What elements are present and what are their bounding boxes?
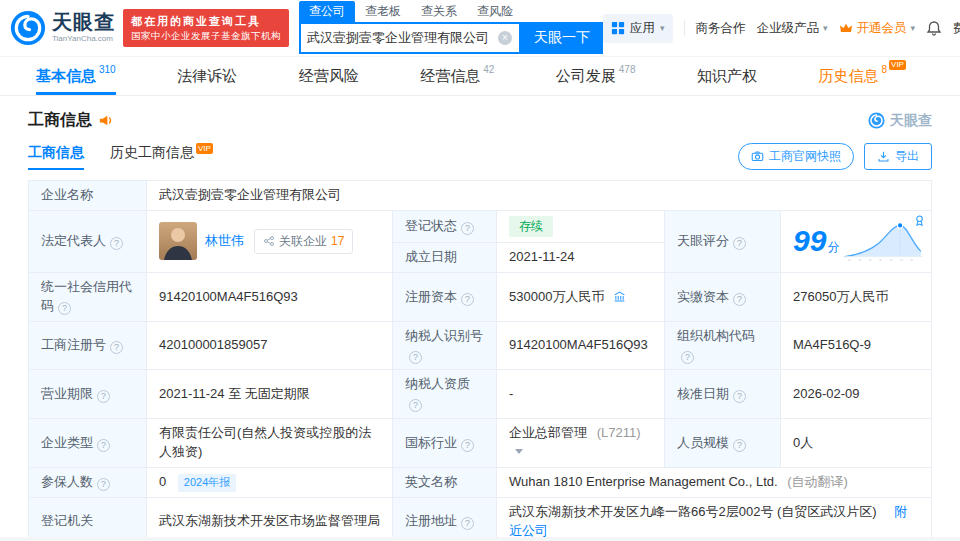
search-button[interactable]: 天眼一下: [521, 22, 603, 54]
insured-count-value: 0 2024年报: [147, 467, 393, 497]
tab-count: 478: [619, 64, 636, 75]
announcement-megaphone-icon[interactable]: [98, 113, 113, 128]
brand-swirl-icon: [868, 112, 885, 129]
help-icon[interactable]: [97, 390, 110, 403]
help-icon[interactable]: [461, 222, 474, 235]
chevron-down-icon: ▾: [823, 23, 828, 33]
tab-operating-info[interactable]: 经营信息 42: [420, 57, 494, 95]
official-snapshot-button[interactable]: 工商官网快照: [738, 143, 854, 170]
staff-size-label: 人员规模: [665, 419, 781, 468]
legal-rep-label: 法定代表人: [29, 210, 147, 272]
brand-name: 天眼查: [52, 12, 115, 33]
help-icon[interactable]: [409, 399, 422, 412]
help-icon[interactable]: [110, 341, 123, 354]
tab-history-info[interactable]: 历史信息 8 VIP: [819, 57, 906, 95]
clear-search-icon[interactable]: [498, 31, 512, 45]
help-icon[interactable]: [733, 237, 746, 250]
value-text: 武汉东湖新技术开发区市场监督管理局: [159, 513, 380, 528]
tab-intellectual-property[interactable]: 知识产权: [697, 57, 757, 95]
tab-count: 8: [882, 64, 888, 75]
table-row: 企业类型 有限责任公司(自然人投资或控股的法人独资) 国标行业 企业总部管理 (…: [29, 419, 932, 468]
help-icon[interactable]: [733, 390, 746, 403]
reg-number-label: 工商注册号: [29, 321, 147, 370]
org-code-label: 组织机构代码: [665, 321, 781, 370]
value-text: 91420100MA4F516Q93: [159, 289, 298, 304]
value-text: Wuhan 1810 Enterprise Management Co., Lt…: [509, 474, 778, 489]
legal-rep-name-link[interactable]: 林世伟: [205, 232, 244, 251]
help-icon[interactable]: [733, 293, 746, 306]
label-text: 人员规模: [677, 435, 729, 450]
tab-operating-risk[interactable]: 经营风险: [299, 57, 359, 95]
label-text: 营业期限: [41, 386, 93, 401]
download-icon: [877, 150, 890, 163]
taxpayer-id-label: 纳税人识别号: [393, 321, 497, 370]
main-content: 工商信息 天眼查 工商信息 历史工商信息VIP 工商官网快照: [0, 110, 960, 541]
search-tab-relation[interactable]: 查关系: [411, 1, 467, 22]
search-tab-boss[interactable]: 查老板: [355, 1, 411, 22]
tab-label: 基本信息: [36, 67, 96, 86]
reg-address-label: 注册地址: [393, 497, 497, 541]
bank-icon[interactable]: [613, 290, 626, 303]
subtab-history-business-info[interactable]: 历史工商信息VIP: [110, 144, 213, 170]
crown-icon: [839, 21, 853, 35]
value-text: 武汉壹捌壹零企业管理有限公司: [159, 187, 341, 202]
subtab-business-info[interactable]: 工商信息: [28, 144, 84, 170]
label-text: 登记机关: [41, 513, 93, 528]
brand-swirl-icon: [10, 10, 46, 46]
help-icon[interactable]: [409, 351, 422, 364]
related-companies-button[interactable]: 关联企业 17: [254, 229, 353, 254]
help-icon[interactable]: [461, 517, 474, 530]
export-button[interactable]: 导出: [864, 143, 932, 170]
search-tab-company[interactable]: 查公司: [299, 1, 355, 22]
tab-basic-info[interactable]: 基本信息 310: [36, 57, 116, 95]
reg-status-label: 登记状态: [393, 210, 497, 242]
relation-graph-icon: [263, 235, 275, 247]
open-vip-button[interactable]: 开通会员 ▾: [839, 20, 916, 37]
help-icon[interactable]: [733, 439, 746, 452]
related-count: 17: [331, 233, 344, 250]
help-icon[interactable]: [461, 439, 474, 452]
tab-legal-proceedings[interactable]: 法律诉讼: [177, 57, 237, 95]
score-cell: 99分: [781, 210, 932, 272]
user-menu[interactable]: 费米 ▾: [953, 20, 960, 37]
value-text: -: [509, 386, 513, 401]
divider: [684, 20, 685, 36]
tab-label: 公司发展: [556, 67, 616, 86]
paid-capital-label: 实缴资本: [665, 273, 781, 322]
chevron-down-icon[interactable]: [515, 449, 523, 454]
english-name-label: 英文名称: [393, 467, 497, 497]
table-row: 登记机关 武汉东湖新技术开发区市场监督管理局 注册地址 武汉东湖新技术开发区九峰…: [29, 497, 932, 541]
help-icon[interactable]: [681, 351, 694, 364]
vip-badge: VIP: [196, 143, 213, 154]
taxpayer-id-value: 91420100MA4F516Q93: [497, 321, 665, 370]
promo-banner: 都在用的商业查询工具 国家中小企业发展子基金旗下机构: [123, 9, 289, 48]
menu-business-cooperation[interactable]: 商务合作: [696, 20, 746, 37]
search-tab-risk[interactable]: 查风险: [467, 1, 523, 22]
banner-line2: 国家中小企业发展子基金旗下机构: [131, 29, 281, 43]
help-icon[interactable]: [461, 293, 474, 306]
label-text: 注册地址: [405, 513, 457, 528]
notifications-bell-icon[interactable]: [926, 20, 942, 36]
apps-menu[interactable]: 应用 ▾: [603, 14, 673, 43]
company-name-label: 企业名称: [29, 181, 147, 211]
search-input[interactable]: [301, 31, 498, 46]
watermark-text: 天眼查: [890, 112, 932, 130]
help-icon[interactable]: [97, 439, 110, 452]
table-row: 参保人数 0 2024年报 英文名称 Wuhan 1810 Enterprise…: [29, 467, 932, 497]
tab-label: 经营信息: [420, 67, 480, 86]
legal-rep-avatar[interactable]: [159, 222, 197, 260]
label-text: 组织机构代码: [677, 328, 755, 343]
tab-company-development[interactable]: 公司发展 478: [556, 57, 636, 95]
tianyancha-logo[interactable]: 天眼查 TianYanCha.com: [10, 10, 115, 46]
org-code-value: MA4F516Q-9: [781, 321, 932, 370]
help-icon[interactable]: [110, 237, 123, 250]
annual-report-badge[interactable]: 2024年报: [178, 474, 236, 492]
business-term-value: 2021-11-24 至 无固定期限: [147, 370, 393, 419]
main-nav-tabs: 基本信息 310 法律诉讼 经营风险 经营信息 42 公司发展 478 知识产权…: [0, 57, 960, 96]
tab-count: 42: [483, 64, 494, 75]
tab-label: 经营风险: [299, 67, 359, 86]
menu-enterprise-products[interactable]: 企业级产品 ▾: [757, 20, 828, 37]
label-text: 法定代表人: [41, 233, 106, 248]
help-icon[interactable]: [58, 302, 71, 315]
help-icon[interactable]: [97, 478, 110, 491]
